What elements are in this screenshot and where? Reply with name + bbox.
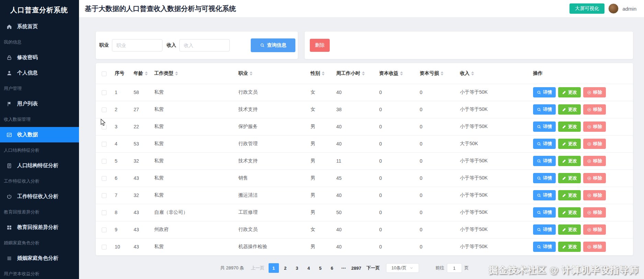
sidebar-item[interactable]: 人口结构特征分析: [0, 158, 79, 173]
edit-button[interactable]: 更改: [558, 173, 581, 183]
pager-page-2[interactable]: 2: [280, 263, 291, 273]
cell-work_type: 私营: [151, 101, 235, 118]
remove-button[interactable]: 移除: [583, 139, 606, 149]
remove-button[interactable]: 移除: [583, 173, 606, 183]
row-checkbox[interactable]: [102, 90, 106, 95]
remove-button[interactable]: 移除: [583, 242, 606, 252]
column-header[interactable]: 性别: [307, 63, 333, 84]
edit-button[interactable]: 更改: [558, 87, 581, 97]
sort-caret-icon[interactable]: [322, 71, 325, 75]
avatar[interactable]: [608, 3, 619, 14]
edit-button[interactable]: 更改: [558, 224, 581, 235]
edit-button[interactable]: 更改: [558, 190, 581, 200]
cell-age: 27: [130, 101, 151, 118]
pager-page-5[interactable]: 5: [315, 263, 326, 273]
sort-caret-icon[interactable]: [400, 71, 403, 75]
column-header[interactable]: 年龄: [130, 63, 151, 84]
remove-button[interactable]: 移除: [583, 121, 606, 132]
sort-caret-icon[interactable]: [471, 71, 474, 75]
cell-age: 32: [130, 152, 151, 170]
pager-page-3[interactable]: 3: [292, 263, 302, 273]
remove-button[interactable]: 移除: [583, 87, 606, 97]
detail-button[interactable]: 详情: [533, 207, 556, 218]
remove-button-label: 移除: [593, 89, 602, 95]
cell-index: 6: [111, 170, 130, 187]
big-screen-button[interactable]: 大屏可视化: [569, 3, 605, 14]
column-header[interactable]: 收入: [456, 63, 530, 84]
cell-index: 5: [111, 152, 130, 170]
column-header[interactable]: 周工作小时: [333, 63, 376, 84]
detail-button[interactable]: 详情: [533, 139, 556, 149]
remove-button[interactable]: 移除: [583, 190, 606, 200]
column-header[interactable]: 职业: [235, 63, 307, 84]
sidebar-item[interactable]: 修改密码: [0, 50, 79, 65]
sort-caret-icon[interactable]: [362, 71, 365, 75]
cell-hours: 50: [333, 204, 376, 221]
row-checkbox[interactable]: [102, 107, 106, 112]
row-checkbox[interactable]: [102, 176, 106, 181]
header-right: 大屏可视化 admin: [569, 3, 636, 14]
row-checkbox[interactable]: [102, 228, 106, 232]
cell-capital_gain: 0: [376, 187, 416, 204]
edit-button[interactable]: 更改: [558, 156, 581, 166]
occupation-input[interactable]: [112, 39, 162, 51]
query-button[interactable]: 查询信息: [251, 38, 295, 52]
chevron-down-icon: [409, 266, 414, 270]
prev-page-button[interactable]: 上一页: [250, 265, 266, 271]
sort-caret-icon[interactable]: [441, 71, 443, 75]
detail-button[interactable]: 详情: [533, 224, 556, 235]
edit-button[interactable]: 更改: [558, 139, 581, 149]
sort-caret-icon[interactable]: [250, 71, 252, 75]
remove-button[interactable]: 移除: [583, 224, 606, 235]
pager-ellipsis[interactable]: •••: [339, 263, 349, 273]
delete-button[interactable]: 删除: [310, 39, 330, 52]
income-input[interactable]: [179, 39, 230, 51]
row-checkbox[interactable]: [102, 159, 106, 164]
cell-index: 3: [111, 118, 130, 135]
column-header[interactable]: 资本亏损: [416, 63, 456, 84]
detail-button[interactable]: 详情: [533, 156, 556, 166]
next-page-button[interactable]: 下一页: [365, 265, 381, 271]
sidebar-item[interactable]: 工作特征收入分析: [0, 189, 79, 204]
column-header[interactable]: 工作类型: [151, 63, 235, 84]
cell-capital_gain: 0: [376, 152, 416, 170]
remove-button[interactable]: 移除: [583, 207, 606, 218]
detail-button-label: 详情: [543, 89, 552, 95]
sort-caret-icon[interactable]: [145, 71, 148, 75]
edit-button[interactable]: 更改: [558, 121, 581, 132]
goto-page-input[interactable]: [447, 263, 462, 273]
pager-page-2897[interactable]: 2897: [350, 263, 362, 273]
pager-page-6[interactable]: 6: [327, 263, 337, 273]
edit-button[interactable]: 更改: [558, 242, 581, 252]
row-checkbox[interactable]: [102, 210, 106, 215]
edit-button[interactable]: 更改: [558, 207, 581, 218]
page-size-select[interactable]: 10条/页: [386, 263, 419, 273]
lock-icon: [6, 55, 12, 61]
remove-button[interactable]: 移除: [583, 104, 606, 115]
detail-button[interactable]: 详情: [533, 87, 556, 97]
sidebar-item[interactable]: 教育回报差异分析: [0, 220, 79, 235]
pager-page-4[interactable]: 4: [304, 263, 314, 273]
sidebar-item[interactable]: 收入数据: [0, 127, 79, 142]
detail-button[interactable]: 详情: [533, 173, 556, 183]
sidebar-item[interactable]: 婚姻家庭角色分析: [0, 251, 79, 266]
detail-button[interactable]: 详情: [533, 104, 556, 115]
pager-page-1[interactable]: 1: [269, 263, 279, 273]
sort-caret-icon[interactable]: [175, 71, 178, 75]
cell-index: 7: [111, 187, 130, 204]
detail-button[interactable]: 详情: [533, 190, 556, 200]
remove-button[interactable]: 移除: [583, 156, 606, 166]
edit-button[interactable]: 更改: [558, 104, 581, 115]
column-header[interactable]: 资本收益: [376, 63, 416, 84]
row-checkbox[interactable]: [102, 71, 106, 76]
row-checkbox[interactable]: [102, 245, 106, 249]
row-checkbox[interactable]: [102, 193, 106, 198]
detail-button[interactable]: 详情: [533, 242, 556, 252]
trend-chart-icon: [6, 132, 12, 138]
sidebar-item[interactable]: 用户列表: [0, 96, 79, 112]
row-checkbox[interactable]: [102, 142, 106, 147]
row-checkbox[interactable]: [102, 125, 106, 129]
sidebar-item[interactable]: 系统首页: [0, 19, 79, 34]
detail-button[interactable]: 详情: [533, 121, 556, 132]
sidebar-item[interactable]: 个人信息: [0, 65, 79, 81]
